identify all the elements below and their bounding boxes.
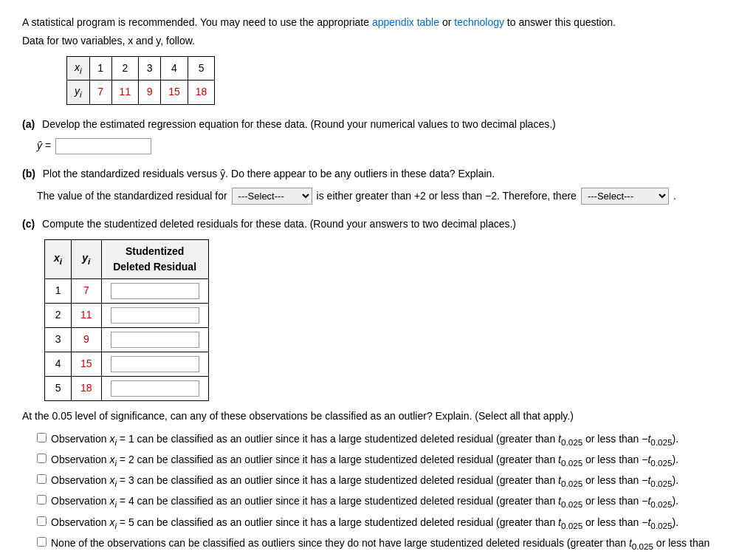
y1: 7 xyxy=(89,81,111,104)
row1-y: 7 xyxy=(72,278,102,303)
select-residual[interactable]: ---Select--- observation 1 observation 2… xyxy=(232,188,312,205)
part-c: (c) Compute the studentized deleted resi… xyxy=(22,216,734,554)
data-table: xi 1 2 3 4 5 yi 7 11 9 15 18 xyxy=(66,56,215,105)
y2: 11 xyxy=(111,81,139,104)
intro-line2: Data for two variables, x and y, follow. xyxy=(22,33,734,49)
checkbox-list: Observation xi = 1 can be classified as … xyxy=(37,431,734,554)
x3: 3 xyxy=(139,57,161,81)
intro-or: or xyxy=(439,16,454,28)
col-sdr: StudentizedDeleted Residual xyxy=(101,239,208,278)
select-outlier-result[interactable]: ---Select--- is an outlier is not an out… xyxy=(581,188,669,205)
checkbox-5-label: Observation xi = 5 can be classified as … xyxy=(51,515,678,532)
part-a: (a) Develop the estimated regression equ… xyxy=(22,117,734,154)
x1: 1 xyxy=(89,57,111,81)
row3-y: 9 xyxy=(72,327,102,352)
appendix-link[interactable]: appendix table xyxy=(372,16,439,28)
row5-y: 18 xyxy=(72,376,102,400)
checkbox-2-label: Observation xi = 2 can be classified as … xyxy=(51,452,678,469)
table-row: 3 9 xyxy=(45,327,209,352)
table-row: 1 7 xyxy=(45,278,209,303)
checkbox-item-none: None of the observations can be classifi… xyxy=(37,536,734,554)
col-yi: yi xyxy=(72,239,102,278)
part-b-question: Plot the standardized residuals versus ŷ… xyxy=(43,168,495,179)
checkbox-1-label: Observation xi = 1 can be classified as … xyxy=(51,431,678,448)
row2-sdr[interactable] xyxy=(101,303,208,327)
sdr-input-5[interactable] xyxy=(111,380,199,397)
part-a-question: Develop the estimated regression equatio… xyxy=(42,118,556,130)
part-c-question: Compute the studentized deleted residual… xyxy=(42,218,516,230)
outlier-question: At the 0.05 level of significance, can a… xyxy=(22,408,734,424)
part-c-label: (c) xyxy=(22,218,35,230)
part-a-label: (a) xyxy=(22,118,35,130)
checkbox-item-4: Observation xi = 4 can be classified as … xyxy=(37,493,734,510)
checkbox-item-1: Observation xi = 1 can be classified as … xyxy=(37,431,734,448)
row5-x: 5 xyxy=(45,376,72,400)
table-row: 4 15 xyxy=(45,352,209,376)
row4-sdr[interactable] xyxy=(101,352,208,376)
checkbox-3[interactable] xyxy=(37,474,47,484)
x5: 5 xyxy=(188,57,215,81)
xi-header: xi xyxy=(75,61,82,73)
yhat-input[interactable] xyxy=(55,138,151,154)
tech-link[interactable]: technology xyxy=(454,16,504,28)
part-b: (b) Plot the standardized residuals vers… xyxy=(22,166,734,205)
sdr-input-1[interactable] xyxy=(111,283,199,299)
row2-y: 11 xyxy=(72,303,102,327)
y5: 18 xyxy=(188,81,215,104)
checkbox-1[interactable] xyxy=(37,433,47,442)
sdr-input-4[interactable] xyxy=(111,356,199,372)
yi-header: yi xyxy=(75,85,82,97)
row4-x: 4 xyxy=(45,352,72,376)
checkbox-5[interactable] xyxy=(37,516,47,526)
y3: 9 xyxy=(139,81,161,104)
part-b-label: (b) xyxy=(22,168,35,179)
y4: 15 xyxy=(161,81,188,104)
yhat-label: ŷ = xyxy=(37,138,51,154)
row1-sdr[interactable] xyxy=(101,278,208,303)
part-b-text1: The value of the standardized residual f… xyxy=(37,188,227,204)
checkbox-item-5: Observation xi = 5 can be classified as … xyxy=(37,515,734,532)
row5-sdr[interactable] xyxy=(101,376,208,400)
checkbox-4-label: Observation xi = 4 can be classified as … xyxy=(51,493,678,510)
part-b-period: . xyxy=(673,188,676,204)
studentized-table: xi yi StudentizedDeleted Residual 1 7 2 … xyxy=(44,239,209,401)
row4-y: 15 xyxy=(72,352,102,376)
row3-sdr[interactable] xyxy=(101,327,208,352)
sdr-input-3[interactable] xyxy=(111,332,199,348)
intro-line1-end: to answer this question. xyxy=(504,16,616,28)
checkbox-none[interactable] xyxy=(37,537,47,547)
checkbox-item-3: Observation xi = 3 can be classified as … xyxy=(37,473,734,490)
part-b-text2: is either greater than +2 or less than −… xyxy=(317,188,577,204)
checkbox-3-label: Observation xi = 3 can be classified as … xyxy=(51,473,678,490)
row2-x: 2 xyxy=(45,303,72,327)
row3-x: 3 xyxy=(45,327,72,352)
table-row: 2 11 xyxy=(45,303,209,327)
checkbox-4[interactable] xyxy=(37,495,47,505)
row1-x: 1 xyxy=(45,278,72,303)
intro-line1: A statistical program is recommended. Yo… xyxy=(22,16,372,28)
sdr-input-2[interactable] xyxy=(111,307,199,324)
intro-text: A statistical program is recommended. Yo… xyxy=(22,15,734,49)
x2: 2 xyxy=(111,57,139,81)
col-xi: xi xyxy=(45,239,72,278)
checkbox-2[interactable] xyxy=(37,454,47,463)
table-row: 5 18 xyxy=(45,376,209,400)
checkbox-none-label: None of the observations can be classifi… xyxy=(51,536,734,554)
x4: 4 xyxy=(161,57,188,81)
checkbox-item-2: Observation xi = 2 can be classified as … xyxy=(37,452,734,469)
